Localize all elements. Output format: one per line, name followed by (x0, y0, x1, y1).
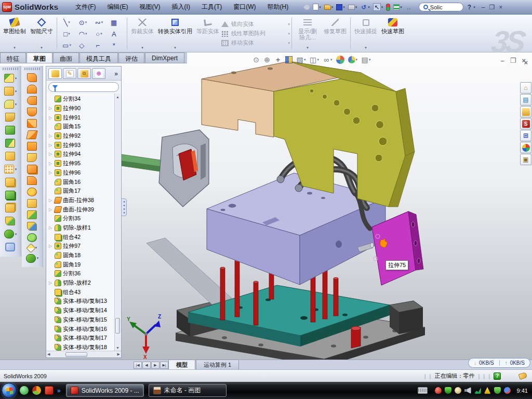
toolbar-button[interactable]: ▾ (27, 233, 37, 242)
tray-icon[interactable] (504, 387, 511, 394)
view-tool-button[interactable]: ▧ ▾ (296, 56, 306, 64)
next-tab-button[interactable]: ▶ (151, 362, 159, 369)
toolbar-button[interactable]: ▾ (4, 165, 17, 174)
task-pane-tab[interactable]: ▤ (520, 94, 531, 105)
help-label[interactable]: ? (468, 4, 471, 11)
pattern-tool-button[interactable]: 镜向实体 ▾ (221, 20, 290, 28)
scrollbar-thumb[interactable] (115, 318, 120, 334)
expand-arrow-icon[interactable]: ▷ (49, 225, 53, 230)
toolbar-button[interactable]: ▾ (4, 230, 17, 238)
toolbar-button[interactable]: ▾ (27, 96, 37, 105)
feature-tree-item[interactable]: ▷ 实体-移动/复制13 (48, 297, 114, 306)
feature-tree-item[interactable]: ▷ 组合42 (48, 232, 114, 242)
view-tool-button[interactable]: ▾ (348, 56, 358, 63)
scroll-left-icon[interactable]: ◀ (47, 352, 50, 356)
toolbar-button[interactable]: ▾ (335, 3, 346, 11)
expand-arrow-icon[interactable]: ▷ (49, 134, 53, 138)
expand-arrow-icon[interactable]: ▷ (49, 161, 53, 166)
tags-icon[interactable] (518, 372, 528, 380)
menu-item[interactable]: 插入(I) (166, 1, 196, 14)
feature-tree-item[interactable]: ▷ 圆角15 (48, 122, 114, 131)
task-pane-close-icon[interactable]: × (524, 59, 528, 66)
tray-icon[interactable] (435, 387, 442, 394)
quick-launch-icon[interactable] (32, 386, 41, 395)
feature-tree-item[interactable]: ▷ 圆角18 (48, 251, 114, 260)
expand-arrow-icon[interactable]: ▷ (49, 106, 53, 111)
model-tab[interactable]: 模型 (168, 360, 195, 369)
toolbar-button[interactable]: ▾ (312, 3, 322, 11)
quick-tips-icon[interactable]: ? (494, 373, 501, 380)
feature-tree-item[interactable]: ▷ 拉伸94 (48, 150, 114, 159)
repair-sketch-button[interactable]: 修复草图 (322, 16, 349, 51)
toolbar-button[interactable]: ▾ (27, 85, 37, 94)
toolbar-button[interactable]: ▾ (5, 139, 15, 148)
toolbar-button[interactable]: ▾ (385, 3, 391, 12)
expand-arrow-icon[interactable]: ▷ (49, 152, 53, 156)
view-tool-button[interactable]: + ▾ (274, 56, 282, 64)
tray-icon[interactable] (445, 387, 451, 394)
toolbar-button[interactable]: ▾ (27, 108, 37, 116)
feature-tree-item[interactable]: ▷ 分割36 (48, 269, 114, 278)
menu-item[interactable]: 工具(T) (196, 1, 228, 14)
quick-launch-icon[interactable] (20, 386, 29, 395)
toolbar-button[interactable]: ▾ (26, 254, 39, 263)
tray-icon[interactable] (494, 387, 501, 394)
task-pane-tab[interactable] (520, 142, 531, 153)
view-tool-button[interactable]: ◫ ▾ (310, 56, 320, 64)
first-tab-button[interactable]: |◀ (134, 362, 142, 369)
help-menu[interactable]: ? ▾ (468, 4, 475, 11)
feature-tree-item[interactable]: ▷ 分割35 (48, 214, 114, 223)
quick-launch-icon[interactable] (45, 386, 54, 395)
quick-launch-overflow-icon[interactable]: » (57, 387, 61, 394)
clock[interactable]: 9:41 (517, 388, 528, 394)
tree-horizontal-scrollbar[interactable]: ◀ ▶ (46, 351, 121, 357)
view-tool-button[interactable]: ⊕ ▾ (263, 56, 271, 64)
sketch-entity-button[interactable]: ⌐▾ (91, 39, 107, 51)
feature-tree-item[interactable]: ▷ 拉伸97 (48, 242, 114, 251)
toolbar-button[interactable]: ▾ (4, 74, 17, 83)
toolbar-button[interactable]: ▾ (4, 87, 17, 96)
input-keyboard-icon[interactable] (418, 387, 428, 394)
commandmanager-tab[interactable]: 模具工具 (79, 52, 118, 63)
scroll-down-icon[interactable]: ▼ (116, 344, 119, 351)
chevron-down-icon[interactable]: ▾ (473, 5, 475, 9)
panel-tab[interactable] (48, 68, 62, 79)
tree-vertical-scrollbar[interactable]: ▲ ▼ (114, 94, 121, 351)
toolbar-button[interactable]: ▾ (5, 204, 15, 212)
sketch-entity-button[interactable]: ▭▾ (59, 39, 75, 51)
feature-tree-item[interactable]: ▷ 拉伸92 (48, 131, 114, 141)
scrollbar-thumb[interactable] (65, 352, 87, 357)
commandmanager-tab[interactable]: 曲面 (53, 52, 79, 63)
tray-icon[interactable] (455, 387, 461, 394)
feature-tree-item[interactable]: ▷ 拉伸95 (48, 159, 114, 168)
feature-tree-item[interactable]: ▷ 圆角19 (48, 260, 114, 269)
tray-icon[interactable] (464, 387, 471, 394)
scroll-up-icon[interactable]: ▲ (116, 94, 119, 100)
close-button[interactable]: × (499, 4, 502, 11)
sketch-button[interactable]: 草图绘制 ▾ (1, 16, 28, 51)
doc-restore-button[interactable]: ❐ (510, 57, 516, 64)
pattern-tool-button[interactable]: 线性草图阵列 ▾ (221, 30, 290, 37)
view-tool-button[interactable]: ▾ (285, 56, 292, 63)
last-tab-button[interactable]: ▶| (160, 362, 168, 369)
sketch-entity-button[interactable]: ◠▾ (75, 28, 91, 39)
display-delete-relations-button[interactable]: 显示/删除几... ▾ (294, 16, 322, 51)
toolbar-button[interactable]: ▾ (5, 113, 15, 122)
feature-tree-item[interactable]: ▷ 切除-放样1 (48, 223, 114, 233)
sketch-entity-button[interactable]: *▾ (107, 39, 123, 51)
feature-tree-item[interactable]: ▷ 曲面-拉伸38 (48, 196, 114, 205)
view-tool-button[interactable]: ⊙ ▾ (252, 56, 260, 64)
tray-icon[interactable] (484, 387, 491, 394)
prev-tab-button[interactable]: ◀ (142, 362, 151, 369)
toolbar-button[interactable]: ▾ (27, 119, 37, 128)
sketch-entity-button[interactable]: □▾ (59, 28, 75, 39)
sketch-entity-button[interactable]: A▾ (107, 28, 123, 39)
feature-tree-item[interactable]: ▷ 实体-移动/复制18 (48, 343, 114, 351)
toolbar-button[interactable]: ▾ (5, 178, 15, 187)
pattern-tool-button[interactable]: 移动实体 ▾ (221, 39, 290, 47)
sketch-entity-button[interactable]: ╲▾ (59, 17, 75, 28)
expand-arrow-icon[interactable]: ▷ (49, 143, 53, 148)
toolbar-button[interactable]: ‥ ▾ (404, 3, 414, 12)
model-tab[interactable]: 运动算例 1 (196, 360, 239, 369)
red-pin-small[interactable] (351, 326, 361, 348)
